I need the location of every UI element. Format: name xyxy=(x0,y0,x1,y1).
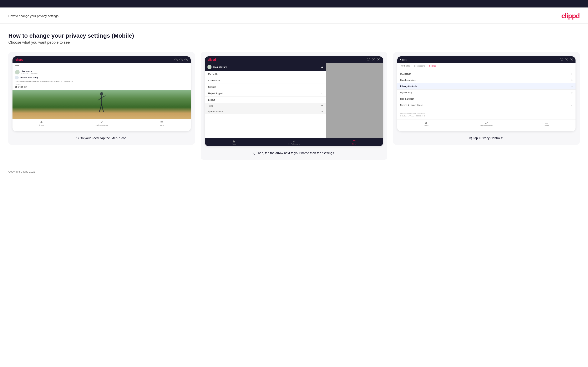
step3-back-bar: Back ⚲ ⚬ ⚭ xyxy=(397,56,576,63)
menu-label: Menu xyxy=(160,124,164,126)
step1-bottom-bar: Home My Performance Menu xyxy=(12,119,191,127)
home-label-2: Home xyxy=(232,143,236,145)
settings-row-serviceprivacy[interactable]: Service & Privacy Policy ↗ xyxy=(397,102,576,108)
settings-row-helpsupport[interactable]: Help & Support ↗ xyxy=(397,96,576,102)
menu-avatar xyxy=(208,65,212,69)
step-2-caption: 2) Then, tap the arrow next to your name… xyxy=(252,151,336,156)
bottom-performance[interactable]: My Performance xyxy=(95,121,108,126)
tab-myprofile[interactable]: My Profile xyxy=(399,63,412,69)
step1-feed-bar: Feed xyxy=(12,63,191,68)
post-user-name: Blair McHarg xyxy=(21,70,38,72)
search-icon-3[interactable]: ⚲ xyxy=(560,58,563,61)
step2-app-logo: clippd xyxy=(208,58,216,61)
svg-point-0 xyxy=(100,92,103,95)
page-title: How to change your privacy settings (Mob… xyxy=(8,33,580,39)
step-3-caption: 3) Tap 'Privacy Controls'. xyxy=(469,136,504,141)
tab-connections[interactable]: Connections xyxy=(412,63,427,69)
menu-icon xyxy=(160,121,164,124)
home-label-3: Home xyxy=(424,125,429,127)
performance-label-3: My Performance xyxy=(480,125,493,127)
settings-row-mygolfbag[interactable]: My Golf Bag xyxy=(397,90,576,96)
menu-section-performance[interactable]: My Performance xyxy=(205,109,326,114)
step-3-screen: Back ⚲ ⚬ ⚭ My Profile Connections Settin… xyxy=(397,56,576,131)
menu-user-row[interactable]: Blair McHarg xyxy=(205,63,326,71)
step-1-screen: clippd ⚲ ⚬ ⚭ Feed B xyxy=(12,56,191,131)
step3-bottom-bar: Home My Performance Menu xyxy=(397,120,576,128)
user-icon-2[interactable]: ⚬ xyxy=(372,58,375,61)
chevron-right-icon xyxy=(571,73,573,75)
step-3-phone: Back ⚲ ⚬ ⚭ My Profile Connections Settin… xyxy=(397,56,576,131)
performance-label: My Performance xyxy=(95,124,108,126)
post-title-row: Lesson with Fordy xyxy=(15,76,188,79)
post-user-row: Blair McHarg Yesterday · Sunningdale xyxy=(15,70,188,75)
bottom-menu[interactable]: Menu xyxy=(160,121,164,126)
settings-icon[interactable]: ⚭ xyxy=(184,58,188,61)
step-2-phone: clippd ⚲ ⚬ ⚭ xyxy=(205,56,383,146)
bottom-performance-3[interactable]: My Performance xyxy=(480,121,493,127)
bottom-home[interactable]: Home xyxy=(39,121,44,126)
chevron-right-icon-3 xyxy=(571,86,573,87)
step2-nav-icons: ⚲ ⚬ ⚭ xyxy=(367,58,380,61)
user-icon[interactable]: ⚬ xyxy=(180,58,183,61)
svg-line-5 xyxy=(102,104,104,112)
bottom-home-2[interactable]: Home xyxy=(232,140,236,145)
menu-icon-2 xyxy=(353,140,356,143)
post-user-sub: Yesterday · Sunningdale xyxy=(21,72,38,74)
svg-marker-10 xyxy=(233,140,235,142)
home-label: Home xyxy=(39,124,44,126)
step2-bottom-bar: Home My Performance Menu xyxy=(205,138,383,146)
menu-section-home[interactable]: Home xyxy=(205,103,326,109)
settings-list: My Account Data Integrations Privacy Con… xyxy=(397,69,576,110)
bottom-performance-2[interactable]: My Performance xyxy=(288,140,300,145)
step-2-screen: clippd ⚲ ⚬ ⚭ xyxy=(205,56,383,146)
golfer-silhouette xyxy=(12,90,191,119)
golf-image xyxy=(12,90,191,119)
settings-icon-2[interactable]: ⚭ xyxy=(377,58,380,61)
svg-marker-14 xyxy=(425,122,427,124)
external-link-icon-2: ↗ xyxy=(571,98,573,100)
post-duration-label: Duration xyxy=(15,83,188,85)
search-icon[interactable]: ⚲ xyxy=(174,58,178,61)
step1-navbar: clippd ⚲ ⚬ ⚭ xyxy=(12,56,191,63)
svg-marker-6 xyxy=(40,121,43,124)
page-subtitle: Choose what you want people to see xyxy=(8,40,580,45)
settings-row-dataintegrations[interactable]: Data Integrations xyxy=(397,77,576,83)
menu-item-logout[interactable]: Logout xyxy=(205,97,326,103)
bottom-menu-2[interactable]: Menu xyxy=(352,140,356,145)
breadcrumb: How to change your privacy settings xyxy=(8,14,59,18)
external-link-icon-3: ↗ xyxy=(571,104,573,106)
bottom-home-3[interactable]: Home xyxy=(424,121,429,127)
copyright: Copyright Clippd 2022 xyxy=(8,170,35,173)
step1-nav-icons: ⚲ ⚬ ⚭ xyxy=(174,58,188,61)
step1-feed-post: Blair McHarg Yesterday · Sunningdale Les… xyxy=(12,68,191,90)
user-icon-3[interactable]: ⚬ xyxy=(565,58,568,61)
menu-item-settings[interactable]: Settings xyxy=(205,84,326,90)
step-2-card: clippd ⚲ ⚬ ⚭ xyxy=(201,52,387,160)
performance-icon xyxy=(100,121,104,124)
menu-item-helpsupport[interactable]: Help & Support ↗ xyxy=(205,90,326,97)
menu-panel: Blair McHarg My Profile Connections xyxy=(205,63,326,138)
settings-icon-3[interactable]: ⚭ xyxy=(570,58,573,61)
chevron-down-icon-2 xyxy=(321,111,323,112)
home-icon xyxy=(40,121,43,124)
bottom-menu-3[interactable]: Menu xyxy=(545,121,549,127)
svg-line-3 xyxy=(102,96,105,98)
tab-settings[interactable]: Settings xyxy=(427,63,438,69)
back-button[interactable]: Back xyxy=(400,59,406,61)
lesson-icon xyxy=(15,76,19,79)
post-description: Looking to feel like my hands are exitin… xyxy=(15,80,188,83)
settings-row-myaccount[interactable]: My Account xyxy=(397,71,576,77)
step-1-caption: 1) On your Feed, tap the 'Menu' icon. xyxy=(76,136,127,141)
search-icon-2[interactable]: ⚲ xyxy=(367,58,370,61)
menu-item-connections[interactable]: Connections xyxy=(205,77,326,84)
step2-navbar: clippd ⚲ ⚬ ⚭ xyxy=(205,56,383,63)
menu-label-3: Menu xyxy=(545,125,549,127)
menu-icon-3 xyxy=(545,121,548,124)
menu-item-myprofile[interactable]: My Profile xyxy=(205,71,326,77)
chevron-right-icon-4 xyxy=(571,92,573,93)
settings-row-privacycontrols[interactable]: Privacy Controls xyxy=(397,83,576,90)
avatar xyxy=(15,70,20,75)
performance-icon-2 xyxy=(293,140,296,143)
svg-line-4 xyxy=(99,104,102,112)
chevron-left-icon xyxy=(400,59,401,60)
